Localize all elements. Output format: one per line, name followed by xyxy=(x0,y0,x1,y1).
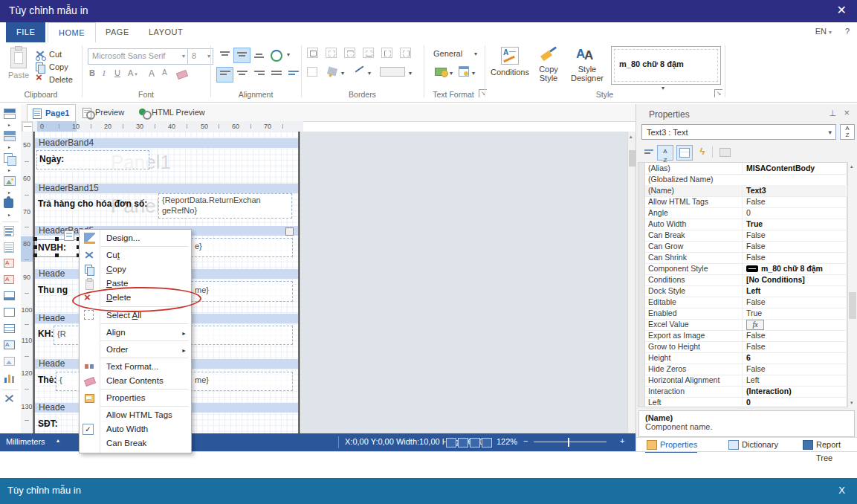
tab-page1[interactable]: Page1 xyxy=(27,104,76,121)
tab-report-tree[interactable]: Report Tree xyxy=(801,438,857,451)
menu-item-clear-contents[interactable]: Clear Contents xyxy=(80,374,191,388)
menu-item-cut[interactable]: Cut xyxy=(80,248,191,262)
property-row-component-style[interactable]: Component Stylem_80 chữ 8 đậm xyxy=(645,263,847,275)
properties-view-button[interactable] xyxy=(676,145,693,161)
style-designer-button[interactable]: A A Style Designer xyxy=(568,47,607,83)
border-pen-icon[interactable] xyxy=(355,65,364,72)
scroll-up-icon[interactable]: ▴ xyxy=(850,164,853,169)
image-tool-icon[interactable] xyxy=(4,176,17,188)
conditions-button[interactable]: A Conditions xyxy=(491,47,529,77)
scroll-down-icon[interactable]: ▾ xyxy=(850,400,853,406)
menu-item-order[interactable]: Order ► xyxy=(80,343,191,357)
text-lines-tool-icon[interactable] xyxy=(4,242,17,254)
property-row[interactable]: Auto WidthTrue xyxy=(645,219,847,230)
page-tool-arrow[interactable]: ▸ xyxy=(8,167,10,172)
property-row[interactable]: Horizontal AlignmentLeft xyxy=(645,375,847,387)
border-all-button[interactable] xyxy=(307,48,318,58)
band-tool-arrow[interactable]: ▸ xyxy=(8,122,10,127)
categorized-view-button[interactable] xyxy=(641,145,657,161)
align-center-button[interactable] xyxy=(233,67,250,83)
cross-band-tool-icon[interactable] xyxy=(4,131,17,143)
text-format-dropdown[interactable]: ▾ xyxy=(474,51,477,57)
border-bottom-button[interactable] xyxy=(363,48,374,58)
rich-text-tool-icon[interactable]: A xyxy=(4,259,17,271)
canvas-scrollbar-thumb[interactable] xyxy=(629,150,636,167)
date-format-icon[interactable] xyxy=(459,66,469,77)
paste-button[interactable]: Paste xyxy=(7,46,30,86)
border-right-button[interactable] xyxy=(400,48,411,58)
property-row[interactable]: Interaction(Interaction) xyxy=(645,386,847,398)
word-wrap-button[interactable] xyxy=(285,67,302,83)
text-cell-returnexchange[interactable]: {ReportData.ReturnExchan geRefNo} xyxy=(158,193,292,219)
zoom-slider-thumb[interactable] xyxy=(568,438,569,447)
border-style-button[interactable] xyxy=(307,67,317,77)
color-dropdown[interactable]: ▾ xyxy=(409,70,412,77)
font-family-combo[interactable]: Microsoft Sans Serif▾ xyxy=(88,48,188,65)
property-row[interactable]: Grow to HeightFalse xyxy=(645,341,847,353)
text-in-cells-tool-icon[interactable]: A xyxy=(4,340,17,352)
tab-file[interactable]: FILE xyxy=(6,22,45,42)
view-mode-4-icon[interactable] xyxy=(482,438,492,448)
view-mode-2-icon[interactable] xyxy=(458,438,468,448)
border-left-button[interactable] xyxy=(381,48,392,58)
currency-dropdown[interactable]: ▾ xyxy=(450,70,453,77)
border-none-button[interactable] xyxy=(326,48,337,58)
property-row[interactable]: Export as ImageFalse xyxy=(645,330,847,342)
property-row[interactable]: Can ShrinkFalse xyxy=(645,252,847,264)
band-tool-icon[interactable] xyxy=(4,109,17,120)
fill-bucket-icon[interactable] xyxy=(327,67,337,77)
chart-tool-icon[interactable] xyxy=(4,373,17,385)
panel-close-icon[interactable]: × xyxy=(844,107,850,118)
date-dropdown[interactable]: ▾ xyxy=(472,70,475,77)
menu-item-auto-width[interactable]: ✓ Auto Width xyxy=(80,422,191,436)
menu-item-allow-html-tags[interactable]: Allow HTML Tags xyxy=(80,408,191,422)
background-close-icon[interactable]: X xyxy=(838,485,845,496)
align-bottom-button[interactable] xyxy=(250,48,268,63)
bold-button[interactable]: B xyxy=(89,68,95,77)
border-top-button[interactable] xyxy=(344,48,355,58)
text-format-combo[interactable]: General xyxy=(433,49,462,58)
property-row[interactable]: Can BreakFalse xyxy=(645,230,847,242)
menu-item-design[interactable]: Design... xyxy=(80,231,191,245)
table-tool-icon[interactable] xyxy=(4,324,17,336)
pen-dropdown[interactable]: ▾ xyxy=(368,70,371,77)
property-scrollbar-thumb[interactable] xyxy=(849,292,856,319)
property-grid-scrollbar[interactable]: ▴ ▾ xyxy=(847,162,857,407)
cross-band-tool-arrow[interactable]: ▸ xyxy=(8,144,10,149)
ruler-collapse-button[interactable]: — xyxy=(22,122,33,132)
band-header[interactable]: HeaderBand4 xyxy=(35,138,298,148)
property-row[interactable]: Allow HTML TagsFalse xyxy=(645,196,847,208)
tab-home[interactable]: HOME xyxy=(48,22,96,43)
help-button[interactable]: ? xyxy=(845,27,850,36)
tab-page[interactable]: PAGE xyxy=(95,22,140,42)
property-row[interactable]: Angle0 xyxy=(645,207,847,219)
property-row[interactable]: (Name)Text3 xyxy=(645,185,847,197)
shrink-font-button[interactable]: A xyxy=(162,68,167,77)
component-selector-combo[interactable]: Text3 : Text ▾ xyxy=(641,124,836,140)
zoom-in-button[interactable]: + xyxy=(620,436,624,445)
align-right-button[interactable] xyxy=(250,67,268,83)
fill-dropdown[interactable]: ▾ xyxy=(341,70,344,77)
view-mode-3-icon[interactable] xyxy=(470,438,480,448)
text-tool-icon[interactable] xyxy=(4,226,17,238)
band-corner-icon[interactable] xyxy=(285,227,294,236)
font-size-combo[interactable]: 8▾ xyxy=(187,48,213,65)
units-selector[interactable]: Millimeters xyxy=(6,437,45,446)
grow-font-button[interactable]: A xyxy=(149,68,155,79)
property-row[interactable]: Height6 xyxy=(645,352,847,364)
alphabetical-view-button[interactable]: AZ xyxy=(657,145,673,161)
zoom-out-button[interactable]: − xyxy=(523,436,528,445)
scroll-up-icon[interactable]: ▴ xyxy=(630,134,633,140)
property-row[interactable]: Dock StyleLeft xyxy=(645,285,847,297)
page-tool-icon[interactable] xyxy=(4,153,17,165)
tab-layout[interactable]: LAYOUT xyxy=(138,22,193,42)
rotation-dropdown[interactable]: ▾ xyxy=(287,51,290,58)
clear-format-eraser-icon[interactable] xyxy=(176,70,188,80)
close-icon[interactable]: ✕ xyxy=(837,3,847,17)
menu-item-can-break[interactable]: Can Break xyxy=(80,436,191,450)
menu-item-copy[interactable]: Copy xyxy=(80,262,191,277)
menu-item-properties[interactable]: Properties xyxy=(80,391,191,405)
menu-item-align[interactable]: Align ► xyxy=(80,326,191,340)
image-tool-arrow[interactable]: ▸ xyxy=(8,190,10,195)
property-row[interactable]: Left0 xyxy=(645,397,847,409)
